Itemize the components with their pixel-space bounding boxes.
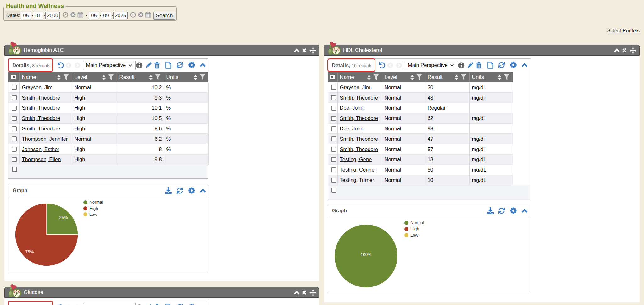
svg-text:75%: 75% (25, 249, 34, 254)
svg-text:100%: 100% (361, 252, 372, 257)
svg-text:25%: 25% (59, 215, 68, 220)
